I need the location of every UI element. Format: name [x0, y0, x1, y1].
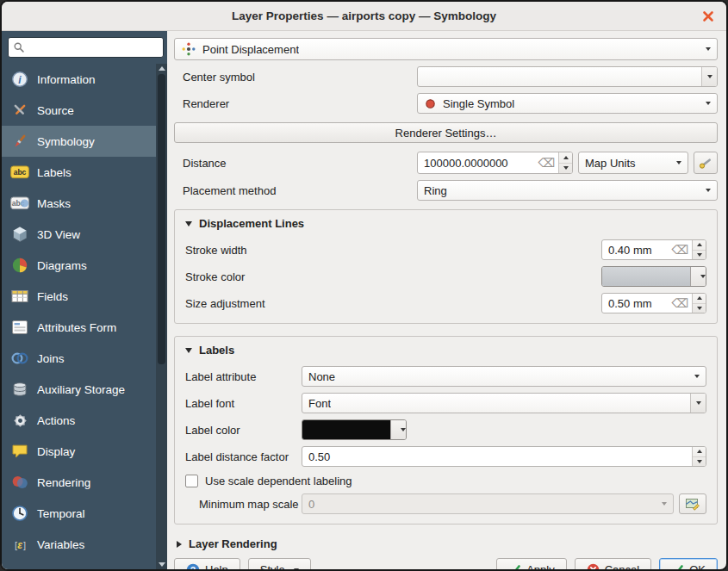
sidebar-item-label: Fields	[37, 290, 68, 303]
database-icon	[10, 380, 29, 399]
help-icon: ?	[186, 563, 200, 571]
label-color-button[interactable]	[302, 419, 407, 440]
sidebar-item-labels[interactable]: abc Labels	[2, 157, 156, 188]
sidebar-item-fields[interactable]: Fields	[2, 281, 156, 312]
sidebar-item-attributes-form[interactable]: Attributes Form	[2, 312, 156, 343]
center-symbol-dropdown[interactable]	[701, 67, 717, 86]
sidebar-item-3d-view[interactable]: 3D View	[2, 219, 156, 250]
label-distance-factor-value: 0.50	[302, 450, 336, 463]
sidebar-item-label: Rendering	[37, 476, 90, 489]
label-color-swatch[interactable]	[302, 420, 390, 439]
close-button[interactable]	[700, 8, 717, 25]
help-button[interactable]: ? Help	[174, 558, 240, 571]
form-icon	[10, 318, 29, 337]
stroke-color-button[interactable]	[601, 266, 706, 287]
stroke-width-label: Stroke width	[185, 244, 247, 257]
apply-button[interactable]: Apply	[496, 558, 567, 571]
stroke-color-swatch[interactable]	[602, 267, 690, 286]
collapse-triangle-icon	[185, 348, 192, 353]
svg-text:]: ]	[23, 540, 26, 550]
minimum-map-scale-field[interactable]: 0	[302, 493, 674, 514]
set-scale-from-canvas-button[interactable]	[679, 493, 706, 514]
stroke-color-dropdown[interactable]	[690, 267, 706, 286]
label-color-dropdown[interactable]	[390, 420, 406, 439]
sidebar-item-label: Symbology	[37, 135, 95, 148]
layer-rendering-title: Layer Rendering	[189, 537, 277, 550]
sidebar-item-label: Diagrams	[37, 259, 87, 272]
sidebar-item-symbology[interactable]: Symbology	[2, 126, 156, 157]
svg-text:ε: ε	[17, 539, 22, 551]
sidebar-item-joins[interactable]: Joins	[2, 343, 156, 374]
spin-buttons[interactable]	[692, 294, 706, 313]
stroke-width-spinbox[interactable]: 0.40 mm ⌫	[601, 239, 706, 260]
sidebar-item-display[interactable]: Display	[2, 436, 156, 467]
sidebar-item-actions[interactable]: Actions	[2, 405, 156, 436]
spin-buttons[interactable]	[692, 240, 706, 259]
distance-value: 100000.0000000	[418, 157, 514, 170]
sidebar-scrollbar[interactable]	[156, 64, 167, 569]
renderer-value: Single Symbol	[443, 97, 514, 110]
clear-field-icon[interactable]: ⌫	[668, 243, 692, 257]
sidebar-item-partial[interactable]	[2, 560, 156, 569]
center-symbol-select[interactable]	[417, 66, 718, 87]
renderer-type-value: Point Displacement	[202, 43, 299, 56]
distance-spinbox[interactable]: 100000.0000000 ⌫	[417, 152, 573, 174]
titlebar[interactable]: Layer Properties — airports copy — Symbo…	[2, 2, 726, 31]
size-adjustment-spinbox[interactable]: 0.50 mm ⌫	[601, 293, 706, 313]
cancel-button[interactable]: Cancel	[575, 558, 651, 571]
label-attribute-select[interactable]: None	[302, 366, 706, 387]
scale-dependent-label: Use scale dependent labeling	[205, 475, 352, 487]
scale-dependent-checkbox[interactable]	[185, 475, 198, 487]
distance-units-value: Map Units	[585, 157, 636, 170]
renderer-type-select[interactable]: Point Displacement	[174, 38, 718, 60]
scroll-up-icon[interactable]	[159, 66, 165, 71]
stroke-color-label: Stroke color	[185, 270, 245, 283]
sidebar-item-label: Variables	[37, 538, 84, 551]
sidebar-item-information[interactable]: i Information	[2, 64, 156, 95]
help-label: Help	[205, 563, 228, 571]
sidebar-item-temporal[interactable]: Temporal	[2, 498, 156, 529]
masks-icon: abc	[10, 194, 29, 213]
renderer-settings-button[interactable]: Renderer Settings…	[174, 122, 718, 143]
search-input[interactable]	[28, 41, 159, 54]
spin-buttons[interactable]	[692, 447, 706, 466]
label-font-value: Font	[308, 397, 331, 410]
scroll-down-icon[interactable]	[159, 562, 165, 567]
spin-buttons[interactable]	[558, 152, 572, 173]
renderer-select[interactable]: Single Symbol	[417, 93, 718, 114]
layer-properties-dialog: Layer Properties — airports copy — Symbo…	[0, 0, 728, 571]
distance-label: Distance	[174, 157, 417, 170]
sidebar-item-rendering[interactable]: Rendering	[2, 467, 156, 498]
label-distance-factor-spinbox[interactable]: 0.50	[302, 446, 706, 467]
renderer-label: Renderer	[174, 97, 417, 110]
clear-field-icon[interactable]: ⌫	[668, 296, 692, 310]
sidebar-item-source[interactable]: Source	[2, 95, 156, 126]
scrollbar-thumb[interactable]	[158, 74, 165, 364]
clear-field-icon[interactable]: ⌫	[534, 156, 558, 170]
chevron-down-icon	[706, 189, 711, 192]
sidebar-item-label: Attributes Form	[37, 321, 116, 334]
placement-method-value: Ring	[424, 184, 447, 197]
style-menu-button[interactable]: Style	[248, 558, 311, 571]
layer-rendering-header[interactable]: Layer Rendering	[174, 537, 718, 550]
sidebar-item-auxiliary-storage[interactable]: Auxiliary Storage	[2, 374, 156, 405]
placement-method-select[interactable]: Ring	[417, 180, 718, 201]
label-font-dropdown[interactable]	[690, 394, 706, 413]
sidebar-item-masks[interactable]: abc Masks	[2, 188, 156, 219]
sidebar-nav: i Information Source Sy	[2, 64, 156, 569]
label-font-select[interactable]: Font	[302, 393, 706, 413]
chevron-down-icon	[696, 401, 701, 405]
sidebar-item-variables[interactable]: [ε] Variables	[2, 529, 156, 560]
ok-check-icon	[671, 563, 684, 571]
sidebar-search[interactable]	[8, 37, 164, 58]
sidebar-item-label: 3D View	[37, 228, 80, 241]
distance-units-select[interactable]: Map Units	[578, 152, 688, 174]
spin-up-icon	[559, 152, 572, 164]
data-defined-override-button[interactable]	[694, 152, 718, 174]
sidebar-item-diagrams[interactable]: Diagrams	[2, 250, 156, 281]
labels-header[interactable]: Labels	[185, 344, 706, 357]
ok-button[interactable]: OK	[659, 558, 718, 571]
symbology-panel: Point Displacement Center symbol Rendere…	[167, 31, 726, 569]
spin-down-icon	[559, 164, 572, 174]
displacement-lines-header[interactable]: Displacement Lines	[185, 217, 706, 230]
